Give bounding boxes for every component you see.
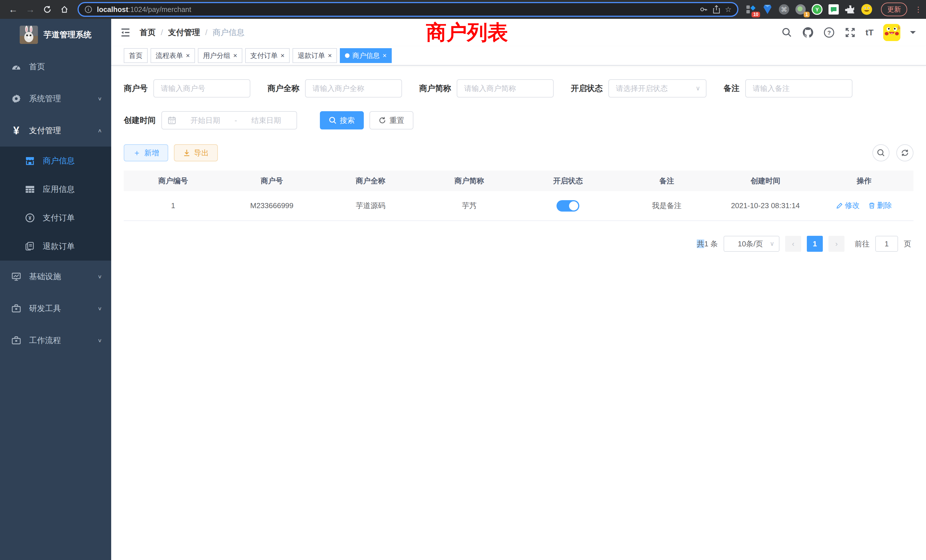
tag-close-icon[interactable]: × — [328, 52, 332, 59]
add-button[interactable]: ＋ 新增 — [124, 144, 168, 161]
status-select[interactable]: 请选择开启状态 ∨ — [608, 79, 707, 97]
tag-close-icon[interactable]: × — [280, 52, 284, 59]
cell-actions: 修改 删除 — [815, 191, 914, 221]
site-info-icon[interactable] — [85, 5, 92, 14]
page-size-select[interactable]: 10条/页 ∨ — [723, 236, 779, 252]
download-icon — [183, 149, 191, 157]
tag-user-group[interactable]: 用户分组× — [198, 48, 242, 63]
filter-merchant-no: 商户号 — [124, 79, 250, 97]
sidebar-item-infra[interactable]: 基础设施 ∨ — [0, 260, 111, 292]
tag-process-form[interactable]: 流程表单× — [151, 48, 195, 63]
status-select-placeholder: 请选择开启状态 — [616, 83, 696, 94]
chevron-down-icon: ∨ — [97, 274, 102, 280]
filter-create-time: 创建时间 开始日期 - 结束日期 — [124, 111, 297, 129]
toggle-search-icon-button[interactable] — [872, 144, 890, 161]
extension-chat-icon[interactable] — [828, 4, 839, 15]
address-bar[interactable]: localhost:1024/pay/merchant ☆ — [77, 2, 738, 17]
export-button[interactable]: 导出 — [174, 144, 218, 161]
merchant-no-input[interactable] — [153, 79, 250, 97]
breadcrumb-pay[interactable]: 支付管理 — [168, 27, 200, 38]
edit-link[interactable]: 修改 — [836, 200, 859, 210]
user-avatar[interactable] — [883, 24, 900, 41]
goto-page-input[interactable] — [875, 236, 898, 252]
app-title: 芋道管理系统 — [44, 29, 92, 40]
sidebar-collapse-icon[interactable] — [119, 26, 132, 39]
add-button-label: 新增 — [144, 148, 159, 158]
chevron-down-icon: ∨ — [696, 85, 700, 92]
date-range-picker[interactable]: 开始日期 - 结束日期 — [161, 111, 297, 129]
search-button[interactable]: 搜索 — [320, 111, 364, 129]
extension-tray: 10 ⌘ 1 Y 更新 ⋮ — [745, 3, 920, 16]
sidebar-item-label: 退款订单 — [43, 241, 102, 252]
bookmark-star-icon[interactable]: ☆ — [725, 5, 732, 14]
active-tag-dot — [345, 53, 350, 58]
page-1-button[interactable]: 1 — [807, 236, 823, 252]
sidebar-item-label: 基础设施 — [29, 271, 89, 282]
end-date-placeholder[interactable]: 结束日期 — [242, 115, 291, 126]
status-toggle-on[interactable] — [557, 200, 580, 212]
browser-chrome: ← → localhost:1024/pay/merchant ☆ 10 ⌘ — [0, 0, 926, 19]
sidebar-item-pay[interactable]: ¥ 支付管理 ∧ — [0, 115, 111, 147]
header-search-icon[interactable] — [781, 27, 793, 38]
tag-close-icon[interactable]: × — [186, 52, 190, 59]
remark-input[interactable] — [745, 79, 852, 97]
browser-home-icon[interactable] — [57, 2, 72, 17]
share-icon[interactable] — [713, 5, 720, 14]
breadcrumb-home[interactable]: 首页 — [140, 27, 156, 38]
tag-label: 商户信息 — [353, 51, 380, 60]
next-page-button[interactable]: › — [829, 236, 844, 252]
sidebar-item-app-info[interactable]: 应用信息 — [0, 175, 111, 204]
app-logo-row[interactable]: 芋道管理系统 — [0, 19, 111, 51]
refresh-table-icon-button[interactable] — [896, 144, 914, 161]
extension-vue-devtools-icon[interactable]: Y — [811, 4, 823, 15]
tag-pay-order[interactable]: 支付订单× — [245, 48, 290, 63]
tag-refund-order[interactable]: 退款订单× — [292, 48, 337, 63]
delete-link[interactable]: 删除 — [869, 200, 892, 210]
full-name-input[interactable] — [305, 79, 402, 97]
help-icon[interactable]: ? — [823, 27, 835, 38]
password-key-icon[interactable] — [699, 5, 708, 14]
url-text[interactable]: localhost:1024/pay/merchant — [97, 5, 695, 14]
sidebar-item-home[interactable]: 首页 — [0, 51, 111, 83]
prev-page-button[interactable]: ‹ — [785, 236, 801, 252]
col-merchant-id: 商户编号 — [124, 171, 222, 191]
browser-back-icon[interactable]: ← — [6, 2, 21, 17]
short-name-input[interactable] — [457, 79, 554, 97]
sidebar-item-merchant-info[interactable]: 商户信息 — [0, 147, 111, 175]
sidebar-item-system[interactable]: 系统管理 ∨ — [0, 83, 111, 115]
extension-badge: 1 — [804, 12, 809, 17]
sidebar-item-dev-tools[interactable]: 研发工具 ∨ — [0, 292, 111, 324]
sidebar-item-pay-order[interactable]: ¥ 支付订单 — [0, 204, 111, 232]
extension-command-icon[interactable]: ⌘ — [778, 4, 790, 15]
extension-emoji-icon[interactable] — [861, 4, 872, 15]
tag-merchant-info[interactable]: 商户信息× — [340, 48, 392, 63]
browser-update-button[interactable]: 更新 — [881, 3, 907, 16]
browser-reload-icon[interactable] — [40, 2, 55, 17]
start-date-placeholder[interactable]: 开始日期 — [181, 115, 230, 126]
chevron-down-icon: ∨ — [97, 96, 102, 102]
filter-label: 商户简称 — [419, 83, 451, 94]
browser-forward-icon[interactable]: → — [23, 2, 38, 17]
col-actions: 操作 — [815, 171, 914, 191]
tag-home[interactable]: 首页 — [124, 48, 148, 63]
reset-button[interactable]: 重置 — [369, 111, 413, 129]
pencil-icon — [836, 202, 843, 209]
extension-recorder-icon[interactable]: 1 — [795, 4, 806, 15]
browser-menu-icon[interactable]: ⋮ — [915, 5, 920, 14]
sidebar-item-refund-order[interactable]: 退款订单 — [0, 232, 111, 260]
tag-close-icon[interactable]: × — [383, 52, 387, 59]
font-size-icon[interactable]: tT — [865, 28, 873, 37]
sidebar-item-workflow[interactable]: 工作流程 ∨ — [0, 324, 111, 356]
extension-gem-icon[interactable] — [762, 4, 773, 15]
extension-badge: 10 — [752, 12, 760, 17]
fullscreen-icon[interactable] — [844, 27, 856, 38]
filter-label: 备注 — [723, 83, 740, 94]
github-icon[interactable] — [802, 27, 814, 38]
chevron-up-icon: ∧ — [97, 128, 102, 134]
tag-close-icon[interactable]: × — [233, 52, 237, 59]
filter-full-name: 商户全称 — [268, 79, 402, 97]
extensions-puzzle-icon[interactable] — [844, 4, 856, 15]
avatar-caret-icon[interactable] — [910, 31, 916, 37]
url-path: :1024/pay/merchant — [128, 5, 191, 14]
extension-grid-icon[interactable]: 10 — [745, 4, 757, 15]
